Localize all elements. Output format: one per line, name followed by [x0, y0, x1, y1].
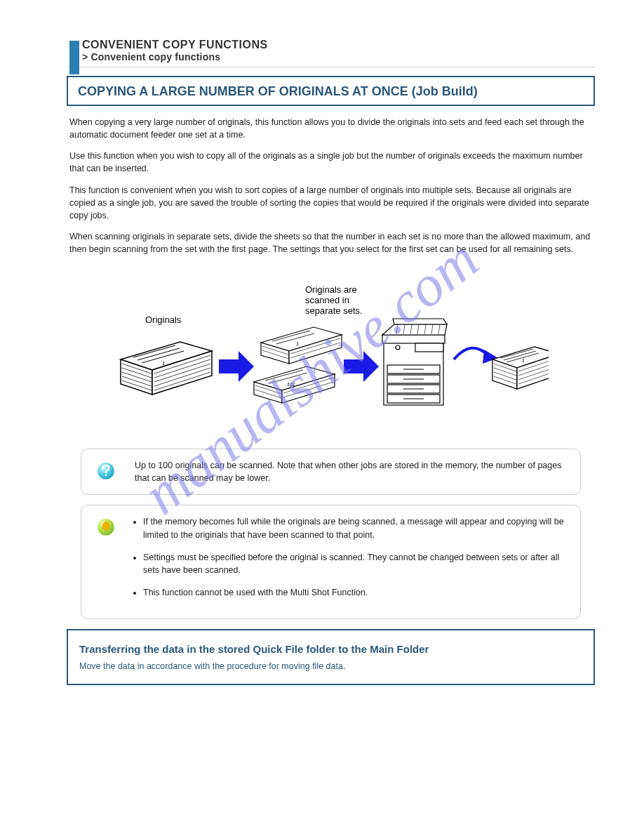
list-item: Settings must be specified before the or…: [143, 551, 569, 576]
list-item: This function cannot be used with the Mu…: [143, 586, 569, 599]
svg-text:101: 101: [287, 382, 295, 387]
help-icon: [95, 461, 116, 482]
svg-point-65: [105, 529, 107, 531]
footer-subtext: Move the data in accordance with the pro…: [79, 660, 582, 673]
svg-text:1: 1: [162, 360, 165, 366]
paragraph: This function is convenient when you wis…: [69, 184, 592, 222]
footer-title: Transferring the data in the stored Quic…: [79, 642, 582, 657]
svg-rect-66: [105, 521, 107, 522]
header-divider: [67, 67, 595, 67]
section-title: COPYING A LARGE NUMBER OF ORIGINALS AT O…: [67, 76, 595, 106]
stack-output-icon: 1: [492, 347, 549, 389]
paragraph: When copying a very large number of orig…: [69, 116, 592, 141]
list-item: If the memory becomes full while the ori…: [143, 515, 569, 541]
figure-label-originals: Originals: [145, 315, 182, 325]
svg-rect-40: [415, 343, 443, 352]
svg-text:1: 1: [296, 341, 299, 346]
footer-box: Transferring the data in the stored Quic…: [67, 629, 595, 685]
accent-bar: [69, 41, 79, 74]
svg-point-41: [396, 345, 400, 350]
svg-marker-14: [219, 351, 254, 382]
stack-1-icon: 1: [121, 342, 212, 395]
arrow-icon: [219, 351, 254, 382]
bell-icon: [95, 517, 116, 538]
svg-rect-39: [382, 335, 445, 343]
svg-point-63: [105, 475, 107, 477]
paragraph: When scanning originals in separate sets…: [69, 230, 592, 256]
svg-marker-29: [344, 351, 379, 382]
header-line1: CONVENIENT COPY FUNCTIONS: [82, 39, 595, 51]
header-line2: > Convenient copy functions: [82, 51, 595, 62]
figure-label-scanned: Originals are scanned in separate sets.: [305, 284, 363, 316]
page: CONVENIENT COPY FUNCTIONS > Convenient c…: [0, 0, 644, 727]
copier-icon: [382, 319, 447, 405]
info-box: Up to 100 originals can be scanned. Note…: [81, 449, 581, 495]
curved-arrow-icon: [454, 348, 498, 364]
arrow-icon: [344, 351, 379, 382]
notes-box: If the memory becomes full while the ori…: [81, 505, 581, 619]
notes-list: If the memory becomes full while the ori…: [143, 515, 569, 599]
svg-text:1: 1: [522, 358, 525, 363]
job-build-figure: Originals Originals are scanned in separ…: [114, 275, 549, 433]
stack-2-icon: 1 101: [254, 327, 342, 403]
info-text: Up to 100 originals can be scanned. Note…: [93, 459, 569, 484]
paragraph: Use this function when you wish to copy …: [69, 150, 592, 175]
page-header: CONVENIENT COPY FUNCTIONS > Convenient c…: [67, 39, 595, 62]
